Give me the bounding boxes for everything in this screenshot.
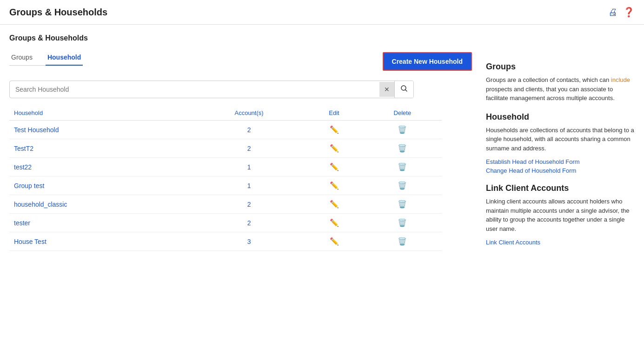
edit-icon[interactable]: ✏️ [330, 144, 339, 152]
side-panel: Groups Groups are a collection of contac… [486, 34, 635, 255]
household-name-link[interactable]: test22 [14, 163, 32, 171]
edit-cell: ✏️ [305, 214, 363, 232]
establish-head-link[interactable]: Establish Head of Household Form [486, 158, 635, 165]
delete-icon[interactable]: 🗑️ [398, 163, 407, 171]
table-row: test22 1 ✏️ 🗑️ [9, 158, 442, 176]
accounts-count-cell: 1 [193, 176, 305, 195]
delete-icon[interactable]: 🗑️ [398, 126, 407, 134]
household-name-link[interactable]: Test Household [14, 126, 59, 134]
edit-icon[interactable]: ✏️ [330, 200, 339, 208]
edit-icon[interactable]: ✏️ [330, 237, 339, 245]
household-name-link[interactable]: household_classic [14, 201, 67, 208]
table-row: Test Household 2 ✏️ 🗑️ [9, 121, 442, 139]
print-icon[interactable]: 🖨 [608, 7, 617, 18]
accounts-count-cell: 2 [193, 214, 305, 232]
groups-heading: Groups [486, 62, 635, 72]
accounts-count-cell: 2 [193, 121, 305, 139]
main-panel: Groups & Households Groups Household Cre… [9, 34, 472, 255]
household-name-cell: House Test [9, 232, 193, 251]
edit-cell: ✏️ [305, 121, 363, 139]
section-title: Groups & Households [9, 34, 472, 42]
delete-icon[interactable]: 🗑️ [398, 200, 407, 208]
col-edit: Edit [305, 106, 363, 121]
table-header-row: Household Account(s) Edit Delete [9, 106, 442, 121]
household-heading: Household [486, 112, 635, 122]
page-content: Groups & Households Groups Household Cre… [0, 25, 644, 264]
page-title: Groups & Households [9, 7, 107, 18]
top-bar-actions: 🖨 ❓ [608, 7, 635, 18]
accounts-count-cell: 2 [193, 195, 305, 214]
delete-cell: 🗑️ [363, 158, 442, 176]
delete-cell: 🗑️ [363, 195, 442, 214]
delete-icon[interactable]: 🗑️ [398, 219, 407, 227]
create-household-button[interactable]: Create New Household [383, 52, 472, 71]
edit-icon[interactable]: ✏️ [330, 126, 339, 134]
link-client-description: Linking client accounts allows account h… [486, 197, 635, 233]
tab-household[interactable]: Household [46, 50, 83, 66]
edit-icon[interactable]: ✏️ [330, 219, 339, 227]
tab-header-row: Groups Household Create New Household [9, 50, 472, 73]
link-client-link[interactable]: Link Client Accounts [486, 239, 635, 246]
edit-cell: ✏️ [305, 176, 363, 195]
groups-description: Groups are a collection of contacts, whi… [486, 75, 635, 103]
delete-icon[interactable]: 🗑️ [398, 182, 407, 189]
tabs: Groups Household [9, 50, 83, 66]
edit-icon[interactable]: ✏️ [330, 182, 339, 189]
top-bar: Groups & Households 🖨 ❓ [0, 0, 644, 25]
table-row: household_classic 2 ✏️ 🗑️ [9, 195, 442, 214]
table-row: TestT2 2 ✏️ 🗑️ [9, 139, 442, 158]
highlight-include: include [611, 76, 630, 83]
col-delete: Delete [363, 106, 442, 121]
household-name-link[interactable]: Group test [14, 182, 44, 189]
link-client-heading: Link Client Accounts [486, 183, 635, 193]
household-name-cell: test22 [9, 158, 193, 176]
clear-search-button[interactable]: ✕ [379, 82, 394, 97]
col-household: Household [9, 106, 193, 121]
household-name-link[interactable]: House Test [14, 238, 46, 245]
edit-cell: ✏️ [305, 232, 363, 251]
household-name-cell: TestT2 [9, 139, 193, 158]
table-row: House Test 3 ✏️ 🗑️ [9, 232, 442, 251]
edit-cell: ✏️ [305, 158, 363, 176]
household-name-cell: Group test [9, 176, 193, 195]
table-row: Group test 1 ✏️ 🗑️ [9, 176, 442, 195]
household-name-link[interactable]: TestT2 [14, 145, 33, 152]
change-head-link[interactable]: Change Head of Household Form [486, 167, 635, 174]
household-section: Household Households are collections of … [486, 112, 635, 175]
household-name-cell: tester [9, 214, 193, 232]
delete-cell: 🗑️ [363, 214, 442, 232]
search-button[interactable] [394, 81, 413, 98]
accounts-count-cell: 3 [193, 232, 305, 251]
search-icon [400, 85, 408, 92]
household-table: Household Account(s) Edit Delete Test Ho… [9, 106, 442, 251]
delete-cell: 🗑️ [363, 232, 442, 251]
svg-line-1 [405, 90, 407, 92]
delete-cell: 🗑️ [363, 176, 442, 195]
link-client-section: Link Client Accounts Linking client acco… [486, 183, 635, 246]
accounts-count-cell: 2 [193, 139, 305, 158]
delete-cell: 🗑️ [363, 121, 442, 139]
edit-cell: ✏️ [305, 195, 363, 214]
groups-section: Groups Groups are a collection of contac… [486, 62, 635, 103]
delete-icon[interactable]: 🗑️ [398, 237, 407, 245]
accounts-count-cell: 1 [193, 158, 305, 176]
edit-icon[interactable]: ✏️ [330, 163, 339, 171]
edit-cell: ✏️ [305, 139, 363, 158]
delete-cell: 🗑️ [363, 139, 442, 158]
help-icon[interactable]: ❓ [623, 7, 635, 18]
household-name-cell: household_classic [9, 195, 193, 214]
tab-groups[interactable]: Groups [9, 50, 34, 66]
table-row: tester 2 ✏️ 🗑️ [9, 214, 442, 232]
household-description: Households are collections of accounts t… [486, 126, 635, 153]
search-input[interactable] [10, 82, 379, 97]
household-name-cell: Test Household [9, 121, 193, 139]
search-bar: ✕ [9, 81, 414, 98]
household-name-link[interactable]: tester [14, 219, 30, 227]
col-accounts: Account(s) [193, 106, 305, 121]
delete-icon[interactable]: 🗑️ [398, 144, 407, 152]
